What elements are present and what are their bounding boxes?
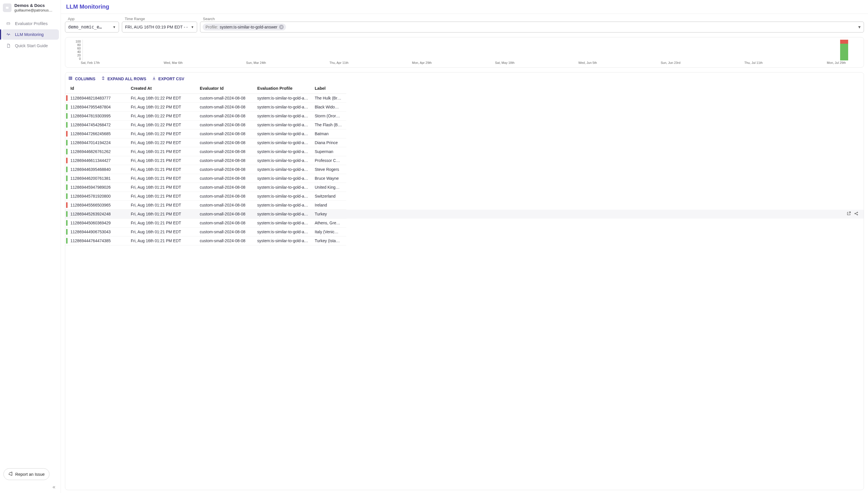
cell-created: Fri, Aug 16th 01:21 PM EDT xyxy=(128,201,197,210)
cell-label: Superman xyxy=(312,147,346,156)
titlebar: LLM Monitoring xyxy=(61,0,868,14)
cell-created: Fri, Aug 16th 01:21 PM EDT xyxy=(128,165,197,174)
x-tick: Sun, Mar 24th xyxy=(246,61,266,64)
table-row[interactable]: 112869445947989026Fri, Aug 16th 01:21 PM… xyxy=(65,183,864,192)
app-select-value: demo_nomic_e… xyxy=(68,24,102,29)
table-toolbar: COLUMNS EXPAND ALL ROWS EXPORT CSV xyxy=(65,72,864,83)
table-row[interactable]: 112869445060369429Fri, Aug 16th 01:21 PM… xyxy=(65,219,864,228)
table-row[interactable]: 112869447819303995Fri, Aug 16th 01:22 PM… xyxy=(65,112,864,121)
cell-id: 112869446611344427 xyxy=(68,156,128,165)
org-name: Demos & Docs xyxy=(14,3,52,8)
collapse-sidebar-button[interactable] xyxy=(51,485,56,490)
table-row[interactable]: 112869444764474385Fri, Aug 16th 01:21 PM… xyxy=(65,236,864,245)
cell-id: 112869445566503965 xyxy=(68,201,128,210)
column-header[interactable]: Id xyxy=(68,83,128,94)
cell-evaluator: custom-small-2024-08-08 xyxy=(197,165,254,174)
svg-rect-3 xyxy=(70,77,71,79)
column-header[interactable]: Created At xyxy=(128,83,197,94)
table-row[interactable]: 112869447454268472Fri, Aug 16th 01:22 PM… xyxy=(65,121,864,129)
chevron-down-icon: ▼ xyxy=(191,25,194,29)
svg-rect-1 xyxy=(7,22,10,24)
table-row[interactable]: 112869446611344427Fri, Aug 16th 01:21 PM… xyxy=(65,156,864,165)
cell-profile: system:is-similar-to-gold-a… xyxy=(254,121,312,129)
org-block[interactable]: Demos & Docs guillaume@patronus… xyxy=(0,0,61,16)
app-select[interactable]: demo_nomic_e… ▼ xyxy=(65,22,119,33)
main: LLM Monitoring App demo_nomic_e… ▼ Time … xyxy=(61,0,868,493)
y-tick: 60 xyxy=(74,47,81,50)
cell-label: Turkey (Ista… xyxy=(312,236,346,245)
table-row[interactable]: 112869446826761262Fri, Aug 16th 01:21 PM… xyxy=(65,147,864,156)
cell-label: Ireland xyxy=(312,201,346,210)
expand-icon xyxy=(101,76,105,81)
table-scroll[interactable]: IdCreated AtEvaluator IdEvaluation Profi… xyxy=(65,83,864,245)
x-tick: Sun, Jun 23rd xyxy=(661,61,681,64)
table-row[interactable]: 112869446395468840Fri, Aug 16th 01:21 PM… xyxy=(65,165,864,174)
table-row[interactable]: 112869447266245685Fri, Aug 16th 01:22 PM… xyxy=(65,129,864,138)
x-tick: Sat, Feb 17th xyxy=(81,61,100,64)
cell-label: Storm (Oror… xyxy=(312,112,346,121)
y-axis: 100806040200 xyxy=(74,40,81,60)
table-row[interactable]: 112869448218483777Fri, Aug 16th 01:22 PM… xyxy=(65,94,864,103)
cell-profile: system:is-similar-to-gold-a… xyxy=(254,129,312,138)
cell-label: The Hulk (Br… xyxy=(312,94,346,103)
chart-area: 100806040200 Sat, Feb 17thWed, Mar 6thSu… xyxy=(74,40,861,66)
sidebar-item-evaluator-profiles[interactable]: Evaluator Profiles xyxy=(2,18,59,29)
cell-evaluator: custom-small-2024-08-08 xyxy=(197,138,254,147)
cell-id: 112869445947989026 xyxy=(68,183,128,192)
column-header[interactable]: Evaluator Id xyxy=(197,83,254,94)
time-range-select[interactable]: FRI, AUG 16TH 03:19 PM EDT - - ▼ xyxy=(122,22,197,33)
table-row[interactable]: 112869445781920800Fri, Aug 16th 01:21 PM… xyxy=(65,192,864,201)
cell-evaluator: custom-small-2024-08-08 xyxy=(197,156,254,165)
report-issue-button[interactable]: Report an Issue xyxy=(3,468,49,480)
cell-id: 112869446200761381 xyxy=(68,174,128,183)
cell-evaluator: custom-small-2024-08-08 xyxy=(197,210,254,219)
table-row[interactable]: 112869447955487804Fri, Aug 16th 01:22 PM… xyxy=(65,103,864,112)
sidebar-item-llm-monitoring[interactable]: LLM Monitoring xyxy=(2,29,59,40)
cell-created: Fri, Aug 16th 01:21 PM EDT xyxy=(128,183,197,192)
cell-label: Black Wido… xyxy=(312,103,346,112)
columns-button[interactable]: COLUMNS xyxy=(68,76,95,81)
cell-profile: system:is-similar-to-gold-a… xyxy=(254,192,312,201)
cell-evaluator: custom-small-2024-08-08 xyxy=(197,112,254,121)
table-row[interactable]: 112869446200761381Fri, Aug 16th 01:21 PM… xyxy=(65,174,864,183)
svg-rect-4 xyxy=(71,77,72,79)
svg-point-46 xyxy=(857,214,858,215)
cell-label: Turkey xyxy=(312,210,346,219)
bar-segment-fail xyxy=(840,40,848,44)
cell-created: Fri, Aug 16th 01:21 PM EDT xyxy=(128,156,197,165)
nav: Evaluator Profiles LLM Monitoring Quick … xyxy=(0,18,61,52)
expand-rows-button[interactable]: EXPAND ALL ROWS xyxy=(101,76,146,81)
cell-label: Italy (Venic… xyxy=(312,228,346,236)
table-row[interactable]: 112869447014194224Fri, Aug 16th 01:22 PM… xyxy=(65,138,864,147)
megaphone-icon xyxy=(8,471,13,477)
sidebar-item-label: Quick Start Guide xyxy=(15,43,48,48)
cell-label: Switzerland xyxy=(312,192,346,201)
table-row[interactable]: 112869444906753043Fri, Aug 16th 01:21 PM… xyxy=(65,228,864,236)
download-icon xyxy=(152,76,156,81)
x-tick: Mon, Jul 29th xyxy=(827,61,846,64)
table-row[interactable]: 112869445263924248Fri, Aug 16th 01:21 PM… xyxy=(65,210,864,219)
column-header[interactable]: Label xyxy=(312,83,346,94)
open-icon[interactable] xyxy=(846,211,851,217)
cell-id: 112869444906753043 xyxy=(68,228,128,236)
column-header[interactable]: Evaluation Profile xyxy=(254,83,312,94)
cell-label: Diana Prince xyxy=(312,138,346,147)
search-input[interactable]: Profile:system:is-similar-to-gold-answer… xyxy=(200,22,864,33)
chip-remove-button[interactable]: ✕ xyxy=(279,25,284,29)
cell-profile: system:is-similar-to-gold-a… xyxy=(254,210,312,219)
cell-id: 112869445263924248 xyxy=(68,210,128,219)
cell-evaluator: custom-small-2024-08-08 xyxy=(197,192,254,201)
cell-profile: system:is-similar-to-gold-a… xyxy=(254,156,312,165)
cell-profile: system:is-similar-to-gold-a… xyxy=(254,219,312,228)
chevron-down-icon: ▼ xyxy=(858,25,861,29)
export-csv-button[interactable]: EXPORT CSV xyxy=(152,76,184,81)
chart-bar[interactable] xyxy=(840,40,848,60)
cell-created: Fri, Aug 16th 01:21 PM EDT xyxy=(128,219,197,228)
svg-rect-0 xyxy=(6,7,8,8)
cell-profile: system:is-similar-to-gold-a… xyxy=(254,94,312,103)
cell-created: Fri, Aug 16th 01:21 PM EDT xyxy=(128,147,197,156)
sidebar-item-quick-start[interactable]: Quick Start Guide xyxy=(2,40,59,51)
cell-created: Fri, Aug 16th 01:22 PM EDT xyxy=(128,121,197,129)
share-icon[interactable] xyxy=(854,211,859,217)
table-row[interactable]: 112869445566503965Fri, Aug 16th 01:21 PM… xyxy=(65,201,864,210)
